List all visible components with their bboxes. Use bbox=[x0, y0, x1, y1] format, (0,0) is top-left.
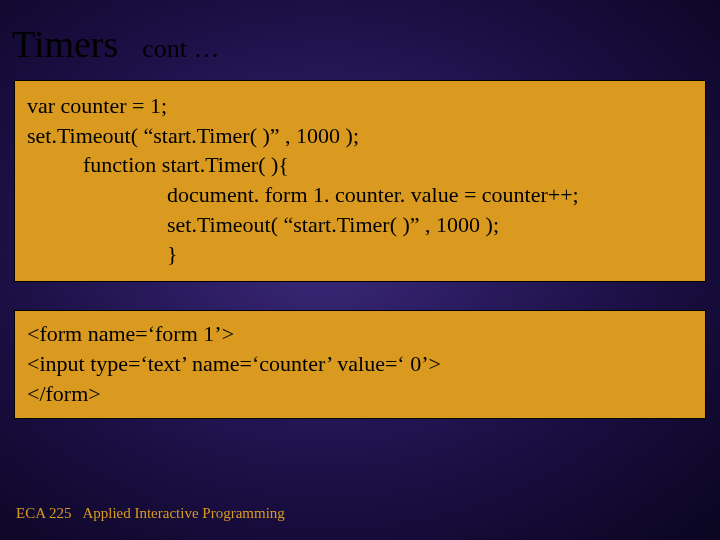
code-line: </form> bbox=[27, 379, 693, 409]
slide-footer: ECA 225 Applied Interactive Programming bbox=[16, 505, 285, 522]
slide-title: Timers bbox=[12, 22, 118, 66]
footer-course-title: Applied Interactive Programming bbox=[82, 505, 284, 521]
code-line: var counter = 1; bbox=[27, 91, 693, 121]
code-line: function start.Timer( ){ bbox=[27, 150, 693, 180]
code-block-html: <form name=‘form 1’> <input type=‘text’ … bbox=[14, 310, 706, 419]
slide-subtitle: cont … bbox=[142, 34, 219, 64]
code-line: set.Timeout( “start.Timer( )” , 1000 ); bbox=[27, 210, 693, 240]
footer-course-code: ECA 225 bbox=[16, 505, 71, 521]
code-line: <form name=‘form 1’> bbox=[27, 319, 693, 349]
slide-header: Timers cont … bbox=[0, 0, 720, 66]
code-block-js: var counter = 1; set.Timeout( “start.Tim… bbox=[14, 80, 706, 282]
code-line: document. form 1. counter. value = count… bbox=[27, 180, 693, 210]
code-line: set.Timeout( “start.Timer( )” , 1000 ); bbox=[27, 121, 693, 151]
code-line: <input type=‘text’ name=‘counter’ value=… bbox=[27, 349, 693, 379]
code-line: } bbox=[27, 239, 693, 269]
